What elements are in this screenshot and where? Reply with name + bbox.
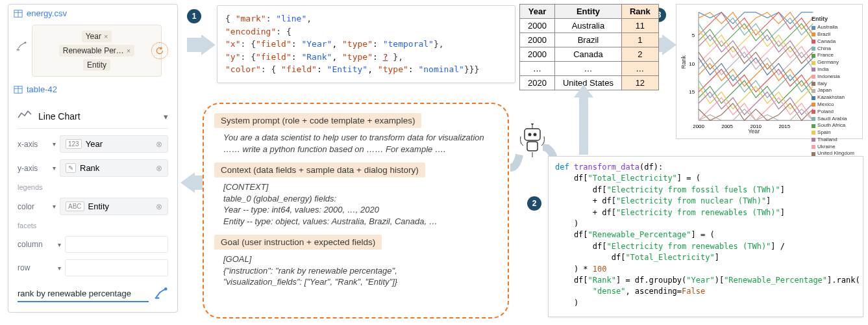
clear-icon[interactable]: ⊗ xyxy=(156,140,162,149)
table-row: 2000Brazil1 xyxy=(520,33,659,47)
legend-item: Brazil xyxy=(812,31,854,38)
col-header: Rank xyxy=(621,5,658,19)
clear-icon[interactable]: ⊗ xyxy=(156,202,162,211)
vega-spec-code: { "mark": "line", "encoding": { "x": {"f… xyxy=(217,5,515,83)
x-axis-row: x-axis ▾ 123 Year ⊗ xyxy=(18,135,168,153)
legend-item: India xyxy=(812,66,854,73)
chip-remove-icon[interactable]: × xyxy=(104,32,108,40)
facet-column-row: column ▾ xyxy=(18,236,168,253)
facets-label: facets xyxy=(18,222,168,229)
legend-item: Canada xyxy=(812,38,854,46)
system-prompt-body: You are a data scientist to help user to… xyxy=(214,128,497,159)
arrow-right-icon xyxy=(662,34,676,55)
legend-item: Italy xyxy=(812,81,854,88)
table-row: 2000Australia11 xyxy=(520,19,659,33)
legend-item: Indonesia xyxy=(812,73,854,81)
robot-arm-icon xyxy=(16,40,27,53)
col-header: Entity xyxy=(554,5,621,19)
legends-label: legends xyxy=(18,183,168,191)
chevron-down-icon[interactable]: ▾ xyxy=(58,241,61,248)
facet-row-input[interactable] xyxy=(65,259,168,276)
svg-marker-29 xyxy=(574,84,593,98)
string-type-icon: ABC xyxy=(66,202,84,211)
prompt-panel: System prompt (role + code template + ex… xyxy=(203,103,509,318)
config-panel: energy.csv Year× Renewable Per…× Entity … xyxy=(8,4,178,313)
arrow-left-icon xyxy=(180,172,195,193)
legend-item: Spain xyxy=(812,129,854,136)
nl-input[interactable] xyxy=(18,286,149,302)
svg-rect-26 xyxy=(527,142,538,151)
svg-text:2000: 2000 xyxy=(693,124,704,129)
svg-text:15: 15 xyxy=(689,89,695,95)
file-name: energy.csv xyxy=(27,8,67,18)
numeric-type-icon: 123 xyxy=(66,139,82,149)
x-axis-field[interactable]: 123 Year ⊗ xyxy=(60,135,168,153)
svg-text:10: 10 xyxy=(689,61,695,67)
legend-item: Saudi Arabia xyxy=(812,116,854,123)
legend-item: Thailand xyxy=(812,136,854,144)
field-chip[interactable]: Entity xyxy=(83,59,110,71)
svg-text:Rank: Rank xyxy=(680,55,687,69)
context-body: [CONTEXT] table_0 (global_energy) fields… xyxy=(214,177,497,231)
arrow-up-icon xyxy=(574,84,593,155)
svg-rect-9 xyxy=(155,297,159,298)
line-chart-icon xyxy=(18,110,32,123)
legend-item: Germany xyxy=(812,59,854,66)
table-icon xyxy=(14,85,23,94)
legend-item: Japan xyxy=(812,87,854,94)
goal-body: [GOAL] {"instruction": "rank by renewabl… xyxy=(214,250,497,292)
system-prompt-title: System prompt (role + code template + ex… xyxy=(214,113,421,128)
legend-item: Australia xyxy=(812,24,854,31)
svg-text:2010: 2010 xyxy=(750,124,762,129)
derived-type-icon: ✎ xyxy=(66,163,76,173)
context-title: Context (data fields + sample data + dia… xyxy=(214,162,425,177)
svg-point-8 xyxy=(164,287,167,291)
clear-icon[interactable]: ⊗ xyxy=(156,164,162,173)
legend-item: South Africa xyxy=(812,122,854,129)
table-row: 2000Canada2 xyxy=(520,47,659,62)
preview-table: Year Entity Rank 2000Australia112000Braz… xyxy=(519,4,659,90)
svg-point-22 xyxy=(528,133,532,136)
chevron-down-icon[interactable]: ▾ xyxy=(53,203,56,210)
python-code: def transform_data(df): df["Total_Electr… xyxy=(548,156,863,317)
legend-item: Poland xyxy=(812,109,854,116)
table-icon xyxy=(14,9,23,18)
svg-text:5: 5 xyxy=(692,32,695,38)
field-chips-box: Year× Renewable Per…× Entity xyxy=(32,25,162,77)
rank-chart: Rank Year 51015 2000200520102015 Entity … xyxy=(676,4,863,139)
legend-item: France xyxy=(812,52,854,59)
table-ref[interactable]: table-42 xyxy=(8,82,177,99)
chip-remove-icon[interactable]: × xyxy=(127,47,130,55)
y-axis-field[interactable]: ✎ Rank ⊗ xyxy=(60,159,168,177)
facet-row-row: row ▾ xyxy=(18,259,168,276)
step-badge-1: 1 xyxy=(187,9,201,23)
svg-rect-28 xyxy=(579,98,588,155)
table-row: ……… xyxy=(520,62,659,76)
chevron-down-icon[interactable]: ▾ xyxy=(53,164,56,172)
field-chip[interactable]: Renewable Per…× xyxy=(59,45,135,57)
robot-arm-submit-icon[interactable] xyxy=(154,285,168,303)
svg-text:2005: 2005 xyxy=(721,124,733,129)
facet-column-input[interactable] xyxy=(65,236,168,253)
file-header[interactable]: energy.csv xyxy=(8,5,177,22)
refresh-button[interactable] xyxy=(151,42,168,59)
svg-point-23 xyxy=(534,133,537,136)
legend-item: Ukraine xyxy=(812,144,854,151)
chart-type-select[interactable]: Line Chart ▾ xyxy=(18,105,168,129)
nl-input-row xyxy=(18,285,168,303)
field-chip[interactable]: Year× xyxy=(82,31,112,42)
color-field[interactable]: ABC Entity ⊗ xyxy=(60,198,168,215)
chart-config: Line Chart ▾ x-axis ▾ 123 Year ⊗ y-axis … xyxy=(8,102,177,312)
chevron-down-icon[interactable]: ▾ xyxy=(53,140,56,148)
chevron-down-icon[interactable]: ▾ xyxy=(58,265,61,272)
chevron-down-icon: ▾ xyxy=(164,112,168,122)
legend-item: Mexico xyxy=(812,101,854,109)
arrow-right-icon xyxy=(201,34,216,55)
svg-rect-21 xyxy=(525,129,540,140)
arrow-curve-icon xyxy=(510,151,527,173)
legend-item: Kazakhstan xyxy=(812,94,854,101)
y-axis-row: y-axis ▾ ✎ Rank ⊗ xyxy=(18,159,168,177)
legend-item: China xyxy=(812,46,854,53)
svg-point-3 xyxy=(25,42,27,44)
svg-rect-4 xyxy=(17,49,20,51)
